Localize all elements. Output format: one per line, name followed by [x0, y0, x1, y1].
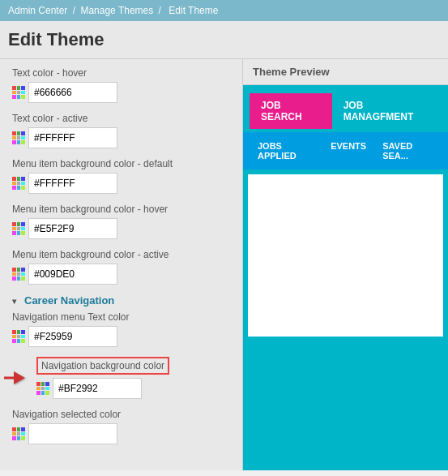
breadcrumb: Admin Center / Manage Themes / Edit Them… [0, 0, 448, 21]
preview-top-nav: JOB SEARCH JOB MANAGFMENT [243, 85, 448, 129]
color-input-row-7 [36, 378, 230, 399]
input-nav-text-color[interactable] [28, 326, 117, 347]
input-text-color-hover[interactable] [28, 82, 117, 103]
input-menu-bg-default[interactable] [28, 173, 117, 194]
label-nav-selected-color: Navigation selected color [12, 409, 230, 420]
color-picker-icon[interactable] [12, 86, 25, 99]
color-picker-icon-4[interactable] [12, 222, 25, 235]
label-nav-bg-color: Navigation background color [36, 357, 169, 375]
preview-tab-job-search[interactable]: JOB SEARCH [250, 93, 332, 129]
color-picker-icon-2[interactable] [12, 131, 25, 144]
label-text-color-hover: Text color - hover [12, 67, 230, 79]
label-menu-bg-default: Menu item background color - default [12, 158, 230, 169]
field-menu-bg-hover: Menu item background color - hover [12, 204, 230, 239]
breadcrumb-admin-center[interactable]: Admin Center [8, 5, 67, 16]
color-input-row-5 [12, 264, 230, 285]
page-title: Edit Theme [0, 21, 448, 59]
field-nav-text-color: Navigation menu Text color [12, 311, 230, 347]
input-nav-bg-color[interactable] [53, 378, 142, 399]
chevron-down-icon: ▾ [12, 297, 20, 305]
field-nav-bg-color: Navigation background color [36, 357, 230, 399]
preview-tab-job-mgmt[interactable]: JOB MANAGFMENT [332, 93, 442, 129]
field-nav-selected-color: Navigation selected color [12, 409, 230, 444]
preview-sub-tab-jobs-applied[interactable]: JOBS APPLIED [250, 137, 322, 165]
preview-sub-tab-events[interactable]: EVENTS [322, 137, 374, 165]
right-panel: Theme Preview JOB SEARCH JOB MANAGFMENT … [243, 59, 448, 470]
preview-sub-nav: JOBS APPLIED EVENTS SAVED SEA... [243, 132, 448, 169]
color-picker-icon-8[interactable] [12, 427, 25, 440]
color-picker-icon-7[interactable] [36, 382, 49, 395]
color-picker-icon-5[interactable] [12, 268, 25, 281]
preview-header: Theme Preview [243, 59, 448, 85]
input-menu-bg-hover[interactable] [28, 218, 117, 239]
preview-sub-tab-saved-searches[interactable]: SAVED SEA... [374, 137, 442, 165]
field-text-color-active: Text color - active [12, 113, 230, 148]
field-text-color-hover: Text color - hover [12, 67, 230, 103]
preview-content: JOB SEARCH JOB MANAGFMENT JOBS APPLIED E… [243, 85, 448, 470]
label-menu-bg-hover: Menu item background color - hover [12, 204, 230, 215]
color-picker-icon-6[interactable] [12, 330, 25, 343]
color-input-row-6 [12, 326, 230, 347]
label-text-color-active: Text color - active [12, 113, 230, 124]
field-menu-bg-active: Menu item background color - active [12, 249, 230, 285]
main-content: Text color - hover Text color - active [0, 59, 448, 470]
color-input-row-2 [12, 127, 230, 148]
color-input-row-3 [12, 173, 230, 194]
color-picker-icon-3[interactable] [12, 177, 25, 190]
input-menu-bg-active[interactable] [28, 264, 117, 285]
left-panel: Text color - hover Text color - active [0, 59, 243, 470]
color-input-row-4 [12, 218, 230, 239]
career-nav-section-header[interactable]: ▾ Career Navigation [12, 294, 230, 307]
input-text-color-active[interactable] [28, 127, 117, 148]
breadcrumb-edit-theme: Edit Theme [169, 5, 218, 16]
breadcrumb-manage-themes[interactable]: Manage Themes [80, 5, 153, 16]
preview-title: Theme Preview [253, 66, 330, 78]
input-nav-selected-color[interactable] [28, 423, 117, 444]
career-nav-title: Career Navigation [24, 294, 114, 307]
color-input-row [12, 82, 230, 103]
preview-body [248, 174, 443, 337]
label-nav-text-color: Navigation menu Text color [12, 311, 230, 323]
field-menu-bg-default: Menu item background color - default [12, 158, 230, 194]
color-input-row-8 [12, 423, 230, 444]
label-menu-bg-active: Menu item background color - active [12, 249, 230, 260]
